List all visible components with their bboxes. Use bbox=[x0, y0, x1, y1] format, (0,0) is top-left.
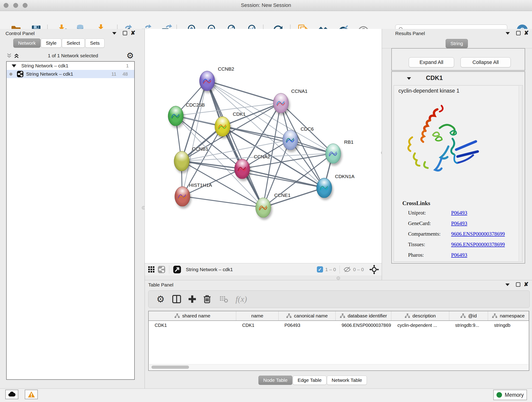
table-cell[interactable]: CDK1 bbox=[236, 321, 279, 330]
network-canvas[interactable]: CCNB2CCNA1CDC25BCDK1CDC6RB1CCNB1CCNA2CDK… bbox=[145, 29, 382, 263]
control-panel: Control Panel ✘ NetworkStyleSelectSets 1… bbox=[0, 29, 145, 389]
expand-all-button[interactable]: Expand All bbox=[409, 57, 454, 67]
node-CCNB2[interactable] bbox=[199, 71, 215, 91]
tab-network[interactable]: Network bbox=[13, 38, 41, 48]
crosslink-link[interactable]: 9606.ENSP00000378699 bbox=[451, 242, 505, 248]
panel-close-icon[interactable]: ✘ bbox=[524, 282, 529, 287]
function-builder-icon[interactable]: f(x) bbox=[235, 293, 247, 305]
panel-float-icon[interactable] bbox=[516, 31, 520, 35]
delete-table-icon[interactable] bbox=[218, 293, 229, 305]
table-cell[interactable]: CDK1 bbox=[149, 321, 236, 330]
show-columns-icon[interactable] bbox=[171, 293, 182, 305]
protein-ribbon-thumbnail bbox=[177, 191, 188, 203]
expand-all-icon[interactable] bbox=[13, 53, 19, 59]
results-scrollbar[interactable] bbox=[519, 86, 522, 261]
collection-expander-icon[interactable] bbox=[12, 64, 16, 67]
table-row[interactable]: CDK1CDK1P064939606.ENSP00000378699cyclin… bbox=[149, 321, 529, 330]
delete-column-icon[interactable] bbox=[201, 293, 213, 305]
node-label-CDKN1A: CDKN1A bbox=[335, 174, 355, 179]
protein-description: cyclin-dependent kinase 1 bbox=[399, 88, 459, 94]
crosslink-link[interactable]: P06493 bbox=[451, 220, 467, 226]
column-header-description[interactable]: description bbox=[391, 311, 449, 320]
network-collection-row[interactable]: String Network – cdk1 1 bbox=[7, 62, 134, 70]
network-row[interactable]: String Network – cdk1 11 48 bbox=[7, 70, 134, 78]
detach-view-icon[interactable] bbox=[173, 265, 181, 274]
panel-close-icon[interactable]: ✘ bbox=[524, 31, 529, 35]
node-CCNB1[interactable] bbox=[174, 151, 190, 171]
protein-result-box: CDK1 cyclin-dependent kinase 1 bbox=[391, 71, 525, 264]
table-hscrollbar-thumb[interactable] bbox=[152, 366, 189, 369]
panel-close-icon[interactable]: ✘ bbox=[131, 31, 135, 35]
node-CDC25B[interactable] bbox=[168, 106, 184, 126]
edge-CDKN1A-CCNE1[interactable] bbox=[263, 188, 324, 207]
edge-CCNB2-CCNE1[interactable] bbox=[207, 81, 263, 207]
column-header-canonicalname[interactable]: canonical name bbox=[279, 311, 336, 320]
memory-button[interactable]: Memory bbox=[493, 390, 527, 400]
panel-float-icon[interactable] bbox=[516, 282, 520, 287]
create-column-icon[interactable] bbox=[186, 293, 198, 305]
network-options-gear-icon[interactable]: ⚙ bbox=[127, 51, 134, 60]
node-RB1[interactable] bbox=[325, 143, 341, 164]
column-header-label: canonical name bbox=[294, 313, 328, 319]
tab-sets[interactable]: Sets bbox=[85, 38, 104, 48]
node-CCNA1[interactable] bbox=[273, 93, 289, 113]
edge-CCNB2-HIST1H1A[interactable] bbox=[182, 81, 207, 196]
crosslink-link[interactable]: P06493 bbox=[451, 210, 467, 216]
column-header-name[interactable]: name bbox=[236, 311, 279, 320]
crosslink-link[interactable]: P06493 bbox=[451, 252, 467, 258]
crosslink-link[interactable]: 9606.ENSP00000378699 bbox=[451, 231, 505, 237]
edge-CCNB1-CCNA2[interactable] bbox=[181, 161, 242, 169]
node-CDC6[interactable] bbox=[283, 130, 298, 150]
panel-menu-icon[interactable] bbox=[506, 32, 510, 35]
edge-CCNA2-CDKN1A[interactable] bbox=[242, 169, 324, 188]
tab-edge-table[interactable]: Edge Table bbox=[293, 376, 326, 385]
collapse-all-icon[interactable] bbox=[6, 53, 12, 59]
protein-ribbon-thumbnail bbox=[275, 98, 286, 110]
node-label-HIST1H1A: HIST1H1A bbox=[189, 182, 212, 188]
network-view-mode-icon[interactable] bbox=[158, 266, 165, 274]
edge-HIST1H1A-CCNE1[interactable] bbox=[182, 196, 263, 207]
selected-checkbox-icon[interactable]: ✓ bbox=[317, 266, 323, 273]
memory-status-dot bbox=[496, 392, 502, 398]
hidden-eye-icon[interactable] bbox=[343, 266, 351, 273]
cloud-status-button[interactable] bbox=[5, 390, 18, 399]
warning-status-button[interactable] bbox=[25, 390, 38, 399]
node-CDKN1A[interactable] bbox=[317, 178, 332, 198]
table-cell[interactable]: 9606.ENSP00000378699 bbox=[336, 321, 391, 330]
edge-CDK1-RB1[interactable] bbox=[222, 126, 333, 153]
collection-count: 1 bbox=[126, 63, 129, 69]
grid-view-icon[interactable] bbox=[147, 266, 155, 274]
tab-network-table[interactable]: Network Table bbox=[327, 376, 367, 385]
table-cell[interactable]: P06493 bbox=[279, 321, 336, 330]
panel-menu-icon[interactable] bbox=[505, 283, 510, 286]
table-cell[interactable]: stringdb:9... bbox=[449, 321, 488, 330]
edge-CCNB2-CCNA1[interactable] bbox=[207, 81, 281, 103]
table-hscrollbar[interactable] bbox=[149, 364, 528, 370]
bottom-splitter-handle[interactable] bbox=[336, 276, 340, 280]
panel-menu-icon[interactable] bbox=[112, 32, 116, 35]
table-cell[interactable]: stringdb bbox=[488, 321, 529, 330]
column-header-sharedname[interactable]: shared name bbox=[149, 311, 236, 320]
tab-node-table[interactable]: Node Table bbox=[259, 376, 292, 385]
node-CDK1[interactable] bbox=[215, 116, 230, 137]
protein-ribbon-thumbnail bbox=[217, 121, 228, 133]
node-HIST1H1A[interactable] bbox=[175, 186, 190, 206]
table-cell[interactable]: cyclin-dependent ... bbox=[391, 321, 449, 330]
node-CCNE1[interactable] bbox=[255, 198, 271, 218]
column-header-label: description bbox=[412, 313, 436, 319]
column-header-namespace[interactable]: namespace bbox=[488, 311, 529, 320]
fit-selected-crosshair-icon[interactable] bbox=[369, 265, 379, 274]
column-header-id[interactable]: @id bbox=[449, 311, 488, 320]
column-header-databaseidentifier[interactable]: database identifier bbox=[336, 311, 391, 320]
edge-CCNB2-RB1[interactable] bbox=[207, 81, 333, 153]
tab-select[interactable]: Select bbox=[62, 38, 85, 48]
horizontal-splitter[interactable] bbox=[145, 275, 382, 280]
tab-string[interactable]: String bbox=[446, 39, 468, 48]
crosslink-row: Tissues:9606.ENSP00000378699 bbox=[408, 242, 518, 248]
tab-style[interactable]: Style bbox=[41, 38, 61, 48]
node-CCNA2[interactable] bbox=[234, 159, 250, 179]
protein-expander-icon[interactable] bbox=[407, 77, 411, 80]
table-options-gear-icon[interactable]: ⚙ bbox=[155, 293, 166, 305]
collapse-all-button[interactable]: Collapse All bbox=[461, 57, 511, 67]
panel-float-icon[interactable] bbox=[123, 31, 127, 35]
